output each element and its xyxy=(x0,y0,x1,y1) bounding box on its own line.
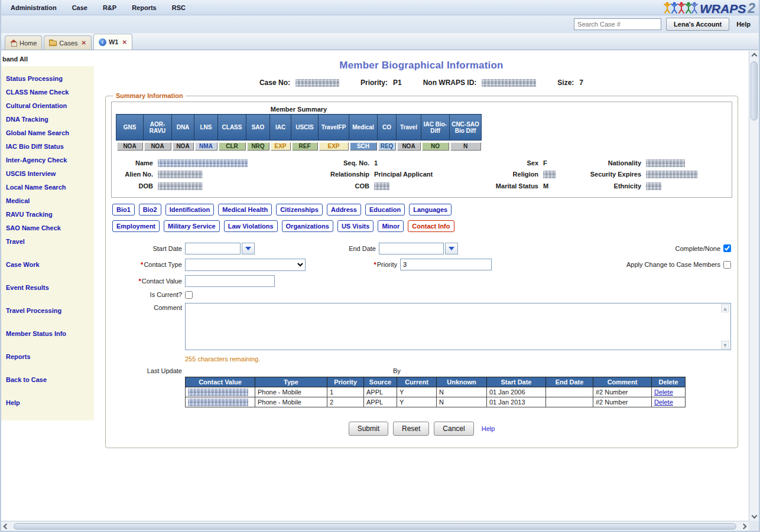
summary-col-header: GNS xyxy=(116,115,144,141)
sidebar-item-global-name-search[interactable]: Global Name Search xyxy=(1,126,94,140)
tab-bio1[interactable]: Bio1 xyxy=(112,204,135,216)
tab-organizations[interactable]: Organizations xyxy=(282,220,333,232)
tab-languages[interactable]: Languages xyxy=(409,204,452,216)
scroll-up-icon[interactable]: ▲ xyxy=(721,304,729,312)
summary-col-header: Medical xyxy=(349,115,378,141)
menu-reports[interactable]: Reports xyxy=(132,4,157,11)
tab-contact-info[interactable]: Contact Info xyxy=(408,220,454,232)
relationship-label: Relationship xyxy=(264,171,369,178)
cell-source: APPL xyxy=(364,387,397,397)
tab-w1[interactable]: i W1 ✕ xyxy=(93,34,132,50)
tab-medical-health[interactable]: Medical Health xyxy=(218,204,272,216)
sidebar-item-local-name-search[interactable]: Local Name Search xyxy=(1,181,94,194)
help-link[interactable]: Help xyxy=(482,425,495,432)
expand-all-link[interactable]: band All xyxy=(1,51,94,66)
start-date-label: Start Date xyxy=(111,245,182,252)
vertical-scrollbar[interactable] xyxy=(749,51,759,521)
col-source: Source xyxy=(364,377,397,387)
summary-col-header: CO xyxy=(378,115,397,141)
delete-link[interactable]: Delete xyxy=(654,399,673,406)
tab-law-violations[interactable]: Law Violations xyxy=(224,220,278,232)
sidebar-item-class-name-check[interactable]: CLASS Name Check xyxy=(1,86,94,99)
sidebar-item-back-to-case[interactable]: Back to Case xyxy=(1,373,94,387)
sidebar-item-cultural-orientation[interactable]: Cultural Orientation xyxy=(1,99,94,113)
horizontal-scroll-thumb[interactable] xyxy=(14,523,736,530)
priority-label: Priority: xyxy=(360,79,388,87)
menu-administration[interactable]: Administration xyxy=(11,4,57,11)
tab-address[interactable]: Address xyxy=(327,204,361,216)
tab-employment[interactable]: Employment xyxy=(112,220,160,232)
is-current-checkbox[interactable] xyxy=(185,291,193,299)
start-date-input[interactable] xyxy=(185,243,241,254)
reset-button[interactable]: Reset xyxy=(393,422,429,436)
cell-current: Y xyxy=(397,387,437,397)
contact-value-input[interactable] xyxy=(185,275,275,287)
end-date-input[interactable] xyxy=(379,243,444,254)
delete-link[interactable]: Delete xyxy=(654,389,673,396)
contact-type-select[interactable] xyxy=(185,259,306,271)
help-menu[interactable]: Help xyxy=(736,21,751,28)
summary-col-header: IAC xyxy=(270,115,291,141)
complete-none-checkbox[interactable] xyxy=(723,244,731,252)
by-label: By xyxy=(393,367,401,374)
account-button[interactable]: Lena's Account xyxy=(666,18,729,31)
tab-education[interactable]: Education xyxy=(365,204,405,216)
sidebar-item-sao-name-check[interactable]: SAO Name Check xyxy=(1,221,94,235)
comment-textarea[interactable] xyxy=(185,303,731,350)
scroll-up-arrow[interactable] xyxy=(749,51,759,61)
scroll-right-arrow[interactable] xyxy=(739,521,749,531)
cancel-button[interactable]: Cancel xyxy=(434,422,473,436)
search-case-input[interactable] xyxy=(574,18,661,30)
sidebar-item-inter-agency-check[interactable]: Inter-Agency Check xyxy=(1,154,94,167)
sidebar-item-case-work[interactable]: Case Work xyxy=(1,258,94,272)
tab-cases[interactable]: Cases ✕ xyxy=(44,35,92,50)
sidebar-item-dna-tracking[interactable]: DNA Tracking xyxy=(1,113,94,126)
religion-label: Religion xyxy=(472,171,538,178)
sidebar-item-uscis-interview[interactable]: USCIS Interview xyxy=(1,167,94,181)
status-badge: NOA xyxy=(397,142,421,151)
menu-case[interactable]: Case xyxy=(72,4,87,11)
sidebar-item-medical[interactable]: Medical xyxy=(1,194,94,208)
close-icon[interactable]: ✕ xyxy=(122,39,126,45)
sidebar-item-member-status-info[interactable]: Member Status Info xyxy=(1,327,94,341)
status-badge: NO xyxy=(422,142,449,151)
sidebar-item-travel[interactable]: Travel xyxy=(1,235,94,249)
sidebar-item-iac-bio-diff-status[interactable]: IAC Bio Diff Status xyxy=(1,140,94,154)
start-date-calendar-button[interactable] xyxy=(242,243,255,254)
scroll-down-icon[interactable]: ▼ xyxy=(721,341,729,349)
scroll-down-arrow[interactable] xyxy=(749,511,759,521)
member-summary-table: GNS AOR-RAVU DNA LNS CLASS SAO IAC USCIS… xyxy=(116,114,482,151)
sidebar-item-travel-processing[interactable]: Travel Processing xyxy=(1,304,94,318)
status-badge: EXP xyxy=(319,142,349,151)
menu-rp[interactable]: R&P xyxy=(103,4,116,11)
tab-bio2[interactable]: Bio2 xyxy=(139,204,161,216)
sidebar-item-help[interactable]: Help xyxy=(1,396,94,410)
horizontal-scrollbar[interactable] xyxy=(1,521,749,531)
tab-military-service[interactable]: Military Service xyxy=(164,220,220,232)
cell-source: APPL xyxy=(364,397,397,407)
cell-start-date: 01 Jan 2013 xyxy=(487,397,546,407)
close-icon[interactable]: ✕ xyxy=(82,40,86,46)
vertical-scroll-thumb[interactable] xyxy=(751,61,758,120)
sidebar-item-event-results[interactable]: Event Results xyxy=(1,281,94,295)
sidebar-item-status-processing[interactable]: Status Processing xyxy=(1,72,94,86)
status-badge: NMA xyxy=(195,142,217,151)
chars-remaining-text: 255 characters remaining. xyxy=(185,355,732,363)
sidebar-item-reports[interactable]: Reports xyxy=(1,350,94,364)
end-date-calendar-button[interactable] xyxy=(445,243,458,254)
tab-citizenships[interactable]: Citizenships xyxy=(276,204,323,216)
summary-col-header: USCIS xyxy=(291,115,319,141)
apply-change-checkbox[interactable] xyxy=(723,261,731,269)
sidebar-item-ravu-tracking[interactable]: RAVU Tracking xyxy=(1,208,94,221)
submit-button[interactable]: Submit xyxy=(349,422,388,436)
tab-identification[interactable]: Identification xyxy=(165,204,214,216)
tab-us-visits[interactable]: US Visits xyxy=(337,220,374,232)
menu-rsc[interactable]: RSC xyxy=(172,4,186,11)
scroll-left-arrow[interactable] xyxy=(1,521,11,531)
tab-w1-label: W1 xyxy=(109,38,119,45)
tab-minor[interactable]: Minor xyxy=(378,220,404,232)
tab-home[interactable]: Home xyxy=(5,35,42,50)
status-badge: NOA xyxy=(173,142,194,151)
priority-input[interactable] xyxy=(400,259,492,270)
summary-col-header: LNS xyxy=(194,115,218,141)
